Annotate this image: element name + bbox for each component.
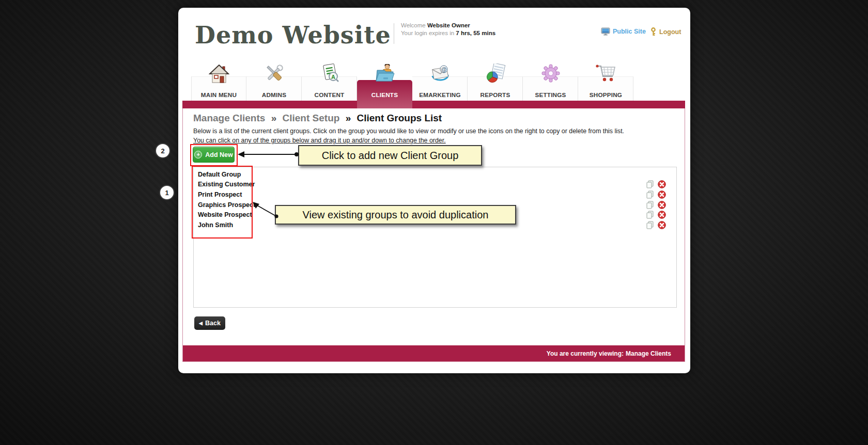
site-logo: Demo Website (195, 21, 391, 49)
copy-group-icon[interactable] (646, 180, 654, 188)
logout-label: Logout (659, 28, 681, 36)
arrow-shaft (243, 154, 295, 155)
svg-text:A: A (331, 74, 335, 80)
delete-group-icon[interactable] (658, 211, 666, 219)
group-name: Default Group (198, 171, 241, 178)
group-name: Graphics Prospect (198, 201, 255, 209)
tab-settings[interactable]: SETTINGS (523, 63, 578, 101)
add-new-button[interactable]: + Add New (193, 147, 235, 163)
tab-admins[interactable]: ADMINS (246, 63, 302, 101)
status-prefix: You are currently viewing: (547, 350, 624, 357)
back-button[interactable]: ◀ Back (194, 316, 225, 330)
monitor-icon (601, 27, 610, 36)
tab-label: MAIN MENU (191, 91, 246, 98)
breadcrumb-client-setup[interactable]: Client Setup (283, 113, 340, 123)
content-panel: Manage Clients » Client Setup » Client G… (182, 108, 685, 362)
group-name: Website Prospect (198, 211, 252, 218)
main-card: Demo Website Welcome Website Owner Your … (178, 8, 690, 373)
main-nav: MAIN MENU ADMINS (191, 63, 633, 101)
welcome-user: Website Owner (427, 22, 470, 28)
email-at-icon: @ (430, 63, 451, 83)
status-value: Manage Clients (626, 350, 671, 357)
plus-icon: + (194, 151, 202, 158)
house-icon (209, 65, 229, 83)
callout-arrow-add-new (238, 151, 299, 157)
pie-chart-report-icon (485, 63, 506, 83)
callout-arrow-view-groups (252, 200, 283, 224)
tools-icon (264, 63, 285, 83)
tab-clients[interactable]: CLIENTS (357, 63, 412, 101)
admin-page: 2 1 Demo Website Welcome Website Owner Y… (0, 0, 868, 445)
group-name: Existing Customer (198, 181, 255, 188)
document-search-icon: A (319, 63, 340, 83)
delete-group-icon[interactable] (658, 221, 666, 229)
step-number-1-badge: 1 (159, 185, 175, 200)
intro-text-line1: Below is a list of the current client gr… (193, 128, 624, 135)
tab-emarketing[interactable]: @ EMARKETING (412, 63, 468, 101)
delete-group-icon[interactable] (658, 180, 666, 188)
tab-label: REPORTS (468, 91, 523, 98)
expires-label: Your login expires in (401, 30, 454, 36)
group-name: Print Prospect (198, 191, 242, 198)
gear-icon (540, 63, 561, 83)
group-row-default-group[interactable]: Default Group (194, 169, 676, 180)
delete-group-icon[interactable] (658, 201, 666, 209)
tab-label: SETTINGS (523, 91, 578, 98)
header-divider (394, 23, 394, 44)
copy-group-icon[interactable] (646, 201, 654, 209)
tab-main-menu[interactable]: MAIN MENU (191, 63, 246, 101)
tab-reports[interactable]: REPORTS (468, 63, 523, 101)
tab-content[interactable]: A CONTENT (302, 63, 357, 101)
tab-label: EMARKETING (412, 91, 468, 98)
intro-text-line2: You can click on any of the groups below… (193, 137, 446, 144)
add-new-label: Add New (205, 151, 233, 158)
group-row-print-prospect[interactable]: Print Prospect (194, 189, 676, 200)
client-groups-list: Default Group Existing Customer Print Pr… (193, 167, 677, 308)
accent-bar (182, 101, 685, 108)
svg-text:@: @ (441, 66, 446, 72)
welcome-block: Welcome Website Owner Your login expires… (401, 22, 495, 37)
callout-view-groups: View existing groups to avoid duplicatio… (275, 205, 516, 225)
tab-label: CONTENT (302, 91, 357, 98)
breadcrumb-manage-clients[interactable]: Manage Clients (193, 113, 265, 123)
back-label: Back (205, 320, 221, 327)
delete-group-icon[interactable] (658, 190, 666, 199)
expires-value: 7 hrs, 55 mins (456, 30, 495, 36)
breadcrumb-separator: » (268, 113, 280, 123)
public-site-label: Public Site (613, 28, 646, 35)
folder-person-icon (375, 63, 395, 83)
breadcrumb-current-page: Client Groups List (357, 113, 442, 123)
shopping-cart-icon (595, 63, 617, 83)
copy-group-icon[interactable] (646, 211, 654, 219)
breadcrumb-separator: » (343, 113, 354, 123)
group-name: John Smith (198, 221, 233, 229)
tab-label: SHOPPING (578, 91, 633, 98)
status-bar: You are currently viewing: Manage Client… (183, 345, 685, 361)
step-number-2-badge: 2 (155, 143, 171, 158)
copy-group-icon[interactable] (646, 190, 654, 199)
back-arrow-icon: ◀ (199, 321, 203, 326)
group-row-existing-customer[interactable]: Existing Customer (194, 180, 676, 190)
logout-link[interactable]: Logout (650, 27, 681, 36)
callout-add-new: Click to add new Client Group (298, 145, 482, 166)
arrow-dot (295, 152, 299, 156)
copy-group-icon[interactable] (646, 221, 654, 229)
key-icon (650, 27, 657, 36)
public-site-link[interactable]: Public Site (601, 27, 646, 36)
welcome-label: Welcome (401, 22, 426, 28)
tab-shopping[interactable]: SHOPPING (578, 63, 633, 101)
breadcrumb: Manage Clients » Client Setup » Client G… (193, 113, 442, 124)
tab-label: ADMINS (246, 91, 302, 98)
tab-label: CLIENTS (357, 91, 412, 98)
